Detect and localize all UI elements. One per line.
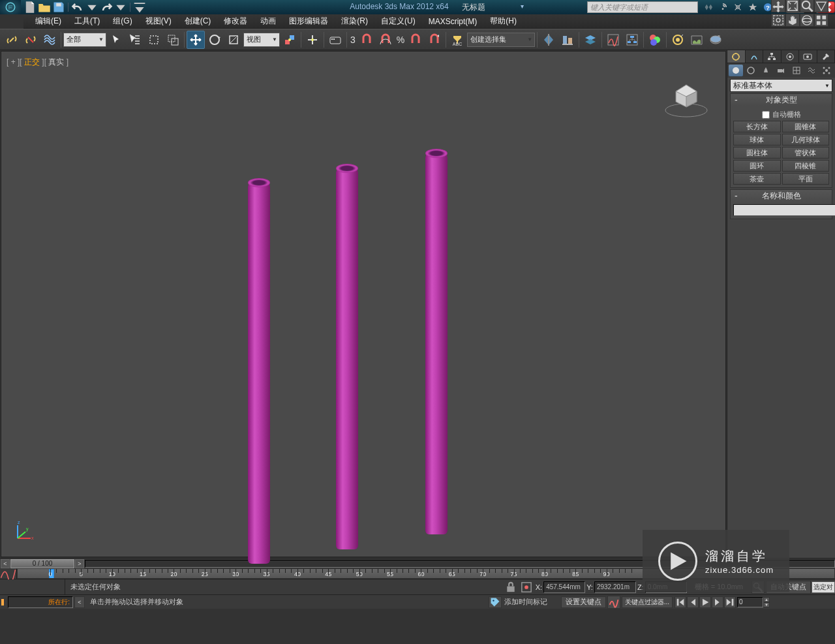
viewcube[interactable]	[660, 71, 712, 123]
subtab-space-warps[interactable]	[804, 65, 819, 76]
rendered-frame-icon[interactable]	[688, 31, 706, 49]
listener-arrow-icon[interactable]: <	[74, 596, 85, 608]
rotate-icon[interactable]	[205, 31, 224, 49]
search-input[interactable]: 键入关键字或短语	[587, 1, 698, 13]
isolate-selection-icon[interactable]	[520, 581, 533, 594]
link-icon[interactable]	[3, 31, 21, 49]
next-key-icon[interactable]	[712, 596, 723, 608]
open-file-icon[interactable]	[38, 1, 51, 13]
new-file-icon[interactable]	[23, 1, 37, 13]
add-time-tag-label[interactable]: 添加时间标记	[504, 597, 547, 607]
time-tag-icon[interactable]	[489, 596, 502, 608]
save-file-icon[interactable]	[52, 1, 65, 13]
next-frame-icon[interactable]: >	[75, 559, 84, 568]
scale-icon[interactable]	[224, 31, 243, 49]
edit-named-sel-icon[interactable]: ABC	[448, 31, 466, 49]
primitive-sphere[interactable]: 球体	[733, 134, 781, 146]
material-editor-icon[interactable]	[646, 31, 664, 49]
primitive-box[interactable]: 长方体	[733, 121, 781, 132]
menu-customize[interactable]: 自定义(U)	[374, 14, 422, 28]
unlink-icon[interactable]	[22, 31, 40, 49]
primitive-geosphere[interactable]: 几何球体	[782, 134, 830, 146]
auto-grid-checkbox[interactable]	[762, 111, 770, 119]
primitive-cylinder[interactable]: 圆柱体	[733, 147, 781, 159]
frame-spinner[interactable]: ▲▼	[763, 597, 770, 607]
select-by-name-icon[interactable]	[126, 31, 144, 49]
align-icon[interactable]	[558, 31, 577, 49]
subtab-geometry[interactable]	[729, 65, 743, 76]
subtab-cameras[interactable]	[774, 65, 788, 76]
workspace-drop-icon[interactable]: ▾	[521, 3, 524, 10]
app-menu-icon[interactable]	[0, 0, 21, 14]
menu-views[interactable]: 视图(V)	[139, 14, 178, 28]
undo-drop-icon[interactable]	[85, 1, 99, 13]
prev-key-icon[interactable]	[687, 596, 699, 608]
tab-display[interactable]	[799, 50, 817, 63]
percent-snap-icon[interactable]	[406, 31, 425, 49]
key-filters-button[interactable]: 关键点过滤器...	[622, 596, 673, 608]
viewport[interactable]: [ + ][ 正交 ][ 真实 ] zxy	[1, 51, 726, 557]
pan-view-icon[interactable]	[785, 14, 800, 27]
object-name-input[interactable]	[733, 204, 835, 216]
key-target-dropdown[interactable]: 选定对	[812, 581, 835, 593]
redo-icon[interactable]	[100, 1, 113, 13]
geometry-category-dropdown[interactable]: 标准基本体	[730, 79, 832, 92]
lock-selection-icon[interactable]	[504, 581, 517, 594]
primitive-cone[interactable]: 圆锥体	[782, 121, 830, 132]
prev-frame-icon[interactable]: <	[1, 559, 10, 568]
pivot-center-icon[interactable]	[281, 31, 299, 49]
menu-edit[interactable]: 编辑(E)	[29, 14, 68, 28]
primitive-torus[interactable]: 圆环	[733, 160, 781, 172]
bind-space-warp-icon[interactable]	[40, 31, 59, 49]
scene-object-tube-3[interactable]	[425, 151, 448, 534]
menu-maxscript[interactable]: MAXScript(M)	[422, 16, 484, 27]
primitive-tube[interactable]: 管状体	[782, 147, 830, 159]
snap-toggle-icon[interactable]	[357, 31, 376, 49]
goto-end-icon[interactable]	[724, 596, 736, 608]
y-coord-input[interactable]: 2932.201m	[594, 581, 636, 593]
zoom-extents-icon[interactable]	[785, 0, 800, 12]
play-icon[interactable]	[699, 596, 711, 608]
menu-help[interactable]: 帮助(H)	[483, 14, 523, 28]
manipulate-icon[interactable]	[303, 31, 322, 49]
zoom-region-icon[interactable]	[771, 14, 785, 27]
menu-animation[interactable]: 动画	[254, 14, 282, 28]
communication-center-icon[interactable]	[701, 1, 715, 13]
primitive-pyramid[interactable]: 四棱锥	[782, 160, 830, 172]
subtab-systems[interactable]	[819, 65, 834, 76]
viewport-label[interactable]: [ + ][ 正交 ][ 真实 ]	[7, 57, 68, 68]
qat-customize-icon[interactable]	[133, 1, 146, 13]
angle-snap-icon[interactable]	[376, 31, 395, 49]
menu-tools[interactable]: 工具(T)	[68, 14, 106, 28]
listener-status[interactable]: 所在行:	[8, 596, 73, 608]
render-setup-icon[interactable]	[669, 31, 687, 49]
scene-object-tube-2[interactable]	[336, 166, 358, 549]
tab-hierarchy[interactable]	[763, 50, 782, 63]
orbit-icon[interactable]	[800, 14, 814, 27]
menu-rendering[interactable]: 渲染(R)	[335, 14, 374, 28]
undo-icon[interactable]	[71, 1, 84, 13]
selection-region-rect-icon[interactable]	[145, 31, 163, 49]
tab-create[interactable]	[727, 50, 746, 63]
ref-coord-dropdown[interactable]: 视图	[243, 33, 280, 47]
rollout-name-color[interactable]: 名称和颜色	[731, 190, 832, 202]
fov-icon[interactable]	[814, 0, 828, 12]
key-mode-toggle-icon[interactable]	[607, 596, 620, 609]
x-coord-input[interactable]: 457.544mm	[543, 581, 585, 593]
exchange-icon[interactable]	[731, 1, 745, 13]
tab-utilities[interactable]	[817, 50, 836, 63]
curve-editor-icon[interactable]	[604, 31, 622, 49]
named-selection-dropdown[interactable]: 创建选择集	[467, 33, 535, 47]
zoom-icon[interactable]	[800, 0, 814, 12]
subtab-helpers[interactable]	[789, 65, 804, 76]
spinner-snap-icon[interactable]	[425, 31, 444, 49]
primitive-plane[interactable]: 平面	[782, 173, 830, 185]
mini-listener-input[interactable]	[0, 579, 65, 595]
pan-icon[interactable]	[771, 0, 785, 12]
menu-modifiers[interactable]: 修改器	[217, 14, 254, 28]
layer-manager-icon[interactable]	[581, 31, 600, 49]
rollout-object-type[interactable]: 对象类型	[731, 94, 832, 106]
menu-create[interactable]: 创建(C)	[178, 14, 218, 28]
select-object-icon[interactable]	[107, 31, 125, 49]
selection-filter-dropdown[interactable]: 全部	[63, 33, 106, 47]
